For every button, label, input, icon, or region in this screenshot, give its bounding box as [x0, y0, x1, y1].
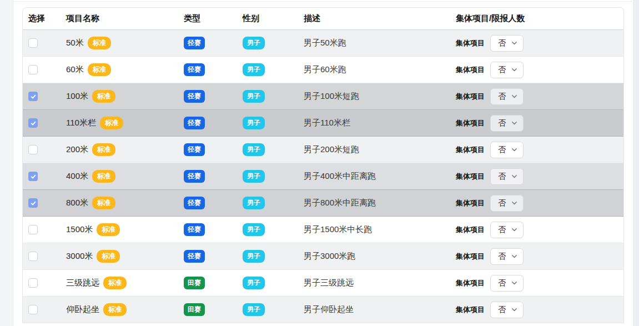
group-project-select[interactable]: 否: [490, 35, 524, 52]
table-header-row: 选择 项目名称 类型 性别 描述 集体项目/限报人数: [23, 8, 623, 30]
type-cell: 径赛: [184, 197, 243, 209]
description-cell: 男子100米短跑: [304, 91, 456, 102]
group-project-label: 集体项目: [456, 118, 485, 128]
row-checkbox[interactable]: [28, 118, 38, 128]
event-name: 800米: [66, 198, 88, 208]
group-project-select[interactable]: 否: [490, 195, 524, 212]
gender-badge: 男子: [243, 223, 265, 236]
gender-badge: 男子: [243, 63, 265, 76]
select-cell: [28, 198, 66, 208]
event-name: 1500米: [66, 224, 93, 235]
header-gender: 性别: [243, 13, 304, 24]
name-cell: 50米 标准: [66, 37, 184, 49]
group-project-select[interactable]: 否: [490, 88, 524, 105]
event-name: 3000米: [66, 251, 93, 262]
select-cell: [28, 225, 66, 234]
event-description: 男子60米跑: [304, 64, 346, 75]
select-cell: [28, 172, 66, 181]
name-cell: 400米 标准: [66, 170, 184, 183]
group-project-select[interactable]: 否: [490, 115, 524, 132]
row-checkbox[interactable]: [28, 198, 38, 208]
group-project-label: 集体项目: [456, 172, 485, 182]
table-row[interactable]: 1500米 标准 径赛 男子 男子1500米中长跑 集体项目 否: [23, 217, 623, 243]
group-project-label: 集体项目: [456, 305, 485, 315]
type-badge: 径赛: [184, 117, 205, 129]
chevron-down-icon: [511, 93, 518, 100]
event-description: 男子50米跑: [304, 38, 346, 48]
gender-badge: 男子: [243, 170, 265, 183]
event-description: 男子800米中距离跑: [304, 198, 376, 208]
select-value: 否: [498, 65, 506, 75]
group-project-label: 集体项目: [456, 278, 485, 288]
row-checkbox[interactable]: [28, 145, 38, 154]
standard-badge: 标准: [92, 197, 115, 209]
name-cell: 三级跳远 标准: [66, 277, 184, 289]
row-checkbox[interactable]: [28, 225, 38, 234]
row-checkbox[interactable]: [28, 252, 38, 261]
group-project-label: 集体项目: [456, 65, 485, 75]
gender-badge: 男子: [243, 197, 265, 209]
group-project-label: 集体项目: [456, 198, 485, 208]
type-badge: 径赛: [184, 90, 205, 103]
select-value: 否: [498, 198, 506, 208]
name-cell: 3000米 标准: [66, 250, 184, 263]
event-name: 50米: [66, 38, 84, 48]
row-checkbox[interactable]: [28, 278, 38, 288]
row-checkbox[interactable]: [28, 38, 38, 48]
group-project-select[interactable]: 否: [490, 248, 524, 265]
standard-badge: 标准: [88, 37, 111, 49]
group-project-select[interactable]: 否: [490, 168, 524, 185]
table-row[interactable]: 100米 标准 径赛 男子 男子100米短跑 集体项目 否: [23, 83, 623, 110]
select-cell: [28, 305, 66, 314]
events-table: 选择 项目名称 类型 性别 描述 集体项目/限报人数 50米 标准 径赛 男子: [22, 7, 624, 323]
group-project-select[interactable]: 否: [490, 62, 524, 78]
top-divider: [14, 1, 632, 2]
standard-badge: 标准: [100, 117, 123, 129]
gender-cell: 男子: [243, 223, 304, 236]
group-project-select[interactable]: 否: [490, 222, 524, 238]
gender-badge: 男子: [243, 143, 265, 156]
table-row[interactable]: 60米 标准 径赛 男子 男子60米跑 集体项目 否: [23, 57, 623, 83]
row-checkbox[interactable]: [28, 65, 38, 74]
group-cell: 集体项目 否: [456, 115, 623, 132]
header-type: 类型: [184, 13, 243, 24]
type-cell: 田赛: [184, 303, 243, 316]
table-row[interactable]: 200米 标准 径赛 男子 男子200米短跑 集体项目 否: [23, 137, 623, 163]
left-gutter: [0, 0, 13, 326]
description-cell: 男子仰卧起坐: [304, 304, 456, 315]
event-name: 100米: [66, 91, 88, 102]
table-row[interactable]: 800米 标准 径赛 男子 男子800米中距离跑 集体项目 否: [23, 190, 623, 217]
table-row[interactable]: 400米 标准 径赛 男子 男子400米中距离跑 集体项目 否: [23, 163, 623, 190]
table-row[interactable]: 110米栏 标准 径赛 男子 男子110米栏 集体项目 否: [23, 110, 623, 137]
gender-cell: 男子: [243, 63, 304, 76]
table-row[interactable]: 三级跳远 标准 田赛 男子 男子三级跳远 集体项目 否: [23, 270, 623, 297]
gender-cell: 男子: [243, 143, 304, 156]
type-badge: 径赛: [184, 143, 205, 156]
select-cell: [28, 278, 66, 288]
vertical-scrollbar[interactable]: [633, 0, 639, 326]
row-checkbox[interactable]: [28, 172, 38, 181]
group-project-select[interactable]: 否: [490, 275, 524, 292]
type-cell: 径赛: [184, 250, 243, 263]
table-row[interactable]: 3000米 标准 径赛 男子 男子3000米跑 集体项目 否: [23, 243, 623, 270]
gender-cell: 男子: [243, 277, 304, 289]
type-cell: 径赛: [184, 170, 243, 183]
standard-badge: 标准: [92, 170, 115, 183]
row-checkbox[interactable]: [28, 92, 38, 101]
event-name: 三级跳远: [66, 278, 99, 288]
row-checkbox[interactable]: [28, 305, 38, 314]
chevron-down-icon: [511, 226, 518, 233]
chevron-down-icon: [511, 173, 518, 180]
select-cell: [28, 38, 66, 48]
event-name: 仰卧起坐: [66, 304, 99, 315]
description-cell: 男子800米中距离跑: [304, 198, 456, 208]
gender-cell: 男子: [243, 37, 304, 49]
table-row[interactable]: 50米 标准 径赛 男子 男子50米跑 集体项目 否: [23, 30, 623, 57]
group-project-select[interactable]: 否: [490, 302, 524, 318]
group-project-select[interactable]: 否: [490, 142, 524, 158]
gender-badge: 男子: [243, 117, 265, 129]
type-badge: 田赛: [184, 277, 205, 289]
header-name: 项目名称: [66, 13, 184, 24]
chevron-down-icon: [511, 199, 518, 207]
table-row[interactable]: 仰卧起坐 标准 田赛 男子 男子仰卧起坐 集体项目 否: [23, 297, 623, 323]
